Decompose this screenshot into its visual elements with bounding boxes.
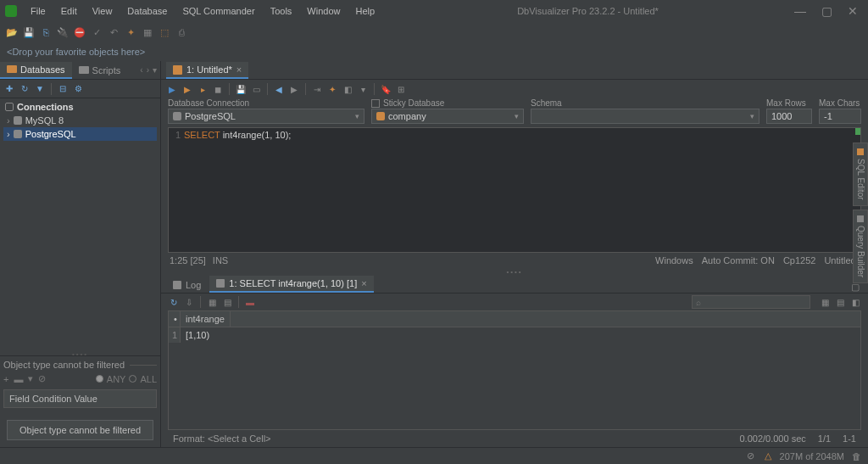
menu-view[interactable]: View — [86, 3, 120, 19]
trash-icon[interactable]: 🗑 — [851, 451, 861, 461]
save-icon[interactable]: 💾 — [22, 25, 36, 39]
filter-apply-button[interactable]: Object type cannot be filtered — [7, 420, 153, 440]
menu-database[interactable]: Database — [120, 3, 174, 19]
editor-tab-label: 1: Untitled* — [186, 64, 232, 75]
rollback-icon[interactable]: ↶ — [107, 25, 120, 39]
table-row[interactable]: 1 [1,10) — [169, 327, 860, 343]
menu-sql-commander[interactable]: SQL Commander — [175, 3, 261, 19]
view-icon-1[interactable]: ▦ — [819, 296, 831, 308]
maximize-icon[interactable]: ▢ — [821, 4, 832, 18]
collapse-icon[interactable]: ⊟ — [57, 83, 69, 95]
minimize-icon[interactable]: — — [794, 4, 806, 18]
tab-databases[interactable]: Databases — [0, 62, 72, 79]
maxchars-input[interactable]: -1 — [819, 109, 861, 124]
remove-filter-icon[interactable]: ▬ — [14, 374, 23, 384]
add-filter-icon[interactable]: + — [3, 374, 8, 384]
run-current-icon[interactable]: ▸ — [197, 83, 209, 95]
tree-node-mysql[interactable]: › MySQL 8 — [3, 114, 157, 127]
run-icon[interactable]: ▶ — [166, 83, 178, 95]
result-grid[interactable]: • int4range 1 [1,10) — [168, 310, 861, 430]
maxrows-input[interactable]: 1000 — [766, 109, 812, 124]
options-icon[interactable]: ⊞ — [395, 83, 407, 95]
history-icon[interactable]: ▭ — [250, 83, 262, 95]
result-search-input[interactable]: ⌕ — [692, 295, 810, 309]
run-script-icon[interactable]: ▶ — [181, 83, 193, 95]
sql-editor[interactable]: 1 SELECT int4range(1, 10); — [168, 127, 861, 253]
rail-query-builder[interactable]: Query Builder — [853, 210, 868, 283]
tool-icon-4[interactable]: ⎙ — [175, 25, 188, 39]
conn-dropdown[interactable]: PostgreSQL ▾ — [168, 109, 364, 124]
column-header[interactable]: int4range — [181, 311, 231, 327]
nav-menu-icon[interactable]: ▾ — [153, 65, 157, 75]
format-label: Format: <Select a Cell> — [173, 433, 271, 444]
close-icon[interactable]: ✕ — [848, 4, 858, 18]
more-icon[interactable]: ▾ — [357, 83, 369, 95]
tab-close-icon[interactable]: × — [236, 64, 242, 75]
filter-icon[interactable]: ▼ — [34, 83, 46, 95]
sticky-checkbox[interactable] — [371, 99, 380, 108]
nav-next-icon[interactable]: › — [147, 65, 149, 75]
tab-result[interactable]: 1: SELECT int4range(1, 10) [1] × — [209, 276, 373, 293]
warning-icon[interactable]: △ — [763, 451, 773, 461]
tool-icon-1[interactable]: ✦ — [124, 25, 137, 39]
menu-help[interactable]: Help — [348, 3, 381, 19]
favorites-bar[interactable]: <Drop your favorite objects here> — [0, 42, 868, 61]
split-handle[interactable]: •••• — [161, 268, 868, 275]
tab-log[interactable]: Log — [166, 277, 208, 293]
view-icon-3[interactable]: ◧ — [849, 296, 861, 308]
save-sql-icon[interactable]: 💾 — [235, 83, 247, 95]
rail-sql-editor[interactable]: SQL Editor — [853, 143, 868, 206]
titlebar: File Edit View Database SQL Commander To… — [0, 0, 868, 22]
filter-clear-icon[interactable]: ⊘ — [38, 373, 46, 384]
menu-edit[interactable]: Edit — [54, 3, 84, 19]
export-icon[interactable]: ⇩ — [183, 296, 195, 308]
new-conn-icon[interactable]: ✚ — [3, 83, 15, 95]
format-icon[interactable]: ⇥ — [311, 83, 323, 95]
schema-dropdown[interactable]: ▾ — [531, 109, 760, 124]
statusbar: ⊘ △ 207M of 2048M 🗑 — [0, 447, 868, 464]
tool-icon[interactable]: ✦ — [326, 83, 338, 95]
cell-value[interactable]: [1,10) — [181, 327, 214, 343]
insert-mode: INS — [213, 255, 228, 266]
expand-icon[interactable]: › — [7, 115, 10, 126]
action-icon[interactable]: ⚙ — [72, 83, 84, 95]
menu-file[interactable]: File — [24, 3, 53, 19]
view-icon-2[interactable]: ▤ — [834, 296, 846, 308]
tab-scripts[interactable]: Scripts — [72, 63, 128, 78]
menu-window[interactable]: Window — [300, 3, 347, 19]
grid-icon — [216, 279, 225, 288]
bookmark-icon[interactable]: 🔖 — [380, 83, 392, 95]
result-toolbar: ↻ ⇩ ▦ ▤ ▬ ⌕ ▦ ▤ ◧ — [161, 293, 868, 310]
open-icon[interactable]: 📂 — [5, 25, 19, 39]
database-dropdown[interactable]: company ▾ — [371, 109, 524, 124]
prev-icon[interactable]: ◀ — [273, 83, 285, 95]
conn-label: Database Connection — [168, 98, 364, 108]
nav-prev-icon[interactable]: ‹ — [140, 65, 142, 75]
tool-icon-b[interactable]: ◧ — [342, 83, 353, 95]
disconnect-icon[interactable]: ⛔ — [73, 25, 86, 39]
radio-any[interactable] — [96, 375, 103, 383]
expand-icon[interactable]: › — [7, 129, 10, 139]
stop-icon[interactable]: ◼ — [212, 83, 224, 95]
menu-tools[interactable]: Tools — [264, 3, 299, 19]
refresh-icon[interactable]: ↻ — [19, 83, 31, 95]
connect-icon[interactable]: 🔌 — [56, 25, 70, 39]
editor-tab-1[interactable]: 1: Untitled* × — [166, 62, 248, 79]
rail-label: Query Builder — [856, 226, 865, 277]
delete-row-icon[interactable]: ▬ — [244, 296, 256, 308]
radio-all[interactable] — [129, 375, 136, 383]
maximize-result-icon[interactable]: ▢ — [851, 282, 860, 293]
next-icon[interactable]: ▶ — [288, 83, 300, 95]
save-all-icon[interactable]: ⎘ — [39, 25, 53, 39]
tab-close-icon[interactable]: × — [361, 278, 366, 288]
grid-mode-icon[interactable]: ▦ — [206, 296, 218, 308]
text-mode-icon[interactable]: ▤ — [221, 296, 233, 308]
notifications-icon[interactable]: ⊘ — [746, 451, 756, 461]
tool-icon-2[interactable]: ▦ — [141, 25, 154, 39]
filter-down-icon[interactable]: ▾ — [28, 373, 33, 384]
connections-root[interactable]: Connections — [3, 100, 157, 114]
tree-node-postgresql[interactable]: › PostgreSQL — [3, 127, 157, 141]
refresh-result-icon[interactable]: ↻ — [168, 296, 180, 308]
tool-icon-3[interactable]: ⬚ — [158, 25, 171, 39]
commit-icon[interactable]: ✓ — [90, 25, 103, 39]
